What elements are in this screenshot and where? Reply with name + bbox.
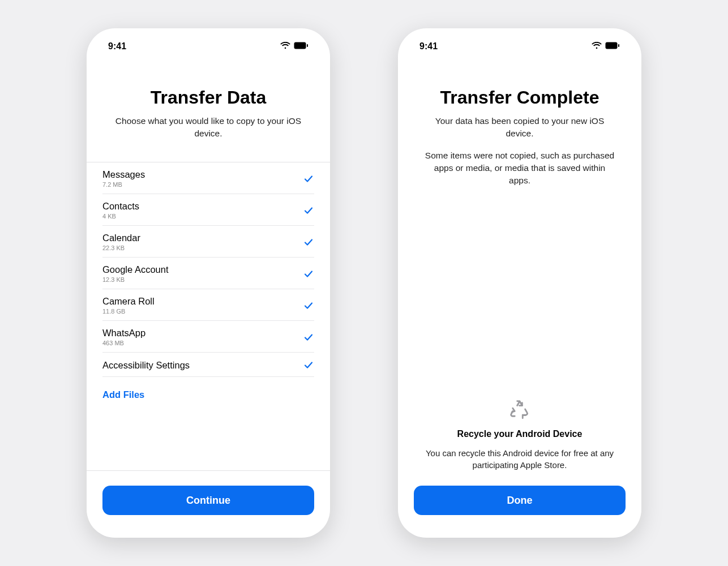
item-text: Calendar22.3 KB: [102, 233, 140, 251]
check-icon[interactable]: [303, 237, 314, 248]
item-text: Messages7.2 MB: [102, 169, 145, 188]
check-icon[interactable]: [303, 359, 314, 371]
status-time: 9:41: [108, 41, 126, 52]
status-time: 9:41: [419, 41, 438, 52]
item-text: Camera Roll11.8 GB: [102, 296, 155, 315]
recycle-block: Recycle your Android Device You can recy…: [398, 397, 641, 486]
status-bar: 9:41: [398, 28, 641, 59]
list-item[interactable]: Calendar22.3 KB: [102, 226, 314, 258]
item-text: WhatsApp463 MB: [102, 328, 145, 346]
page-subtitle: Your data has been copied to your new iO…: [415, 115, 624, 139]
phone-transfer-complete: 9:41 Transfer Complete Your data has bee…: [398, 28, 641, 538]
item-size: 4 KB: [102, 213, 139, 220]
recycle-title: Recycle your Android Device: [415, 429, 624, 439]
screen-header: Transfer Data Choose what you would like…: [87, 59, 330, 151]
list-item[interactable]: Messages7.2 MB: [102, 162, 314, 194]
svg-rect-1: [307, 44, 308, 47]
wifi-icon: [592, 41, 602, 52]
item-size: 7.2 MB: [102, 181, 145, 188]
svg-rect-0: [294, 42, 306, 49]
list-item[interactable]: Accessibility Settings: [102, 353, 314, 377]
item-text: Contacts4 KB: [102, 201, 139, 220]
item-size: 463 MB: [102, 340, 145, 346]
bottom-area: Done: [398, 486, 641, 538]
recycle-icon: [415, 397, 624, 421]
wifi-icon: [280, 41, 290, 52]
item-label: Contacts: [102, 201, 139, 212]
page-subtitle: Choose what you would like to copy to yo…: [104, 115, 313, 139]
continue-button[interactable]: Continue: [102, 486, 314, 515]
battery-icon: [294, 41, 309, 52]
status-icons: [592, 41, 620, 52]
item-label: Camera Roll: [102, 296, 155, 307]
svg-rect-3: [618, 44, 619, 47]
add-files-link[interactable]: Add Files: [102, 377, 314, 410]
check-icon[interactable]: [303, 300, 314, 311]
done-button[interactable]: Done: [414, 486, 626, 515]
item-label: Calendar: [102, 233, 140, 243]
item-size: 11.8 GB: [102, 308, 155, 315]
check-icon[interactable]: [303, 173, 314, 185]
body: Recycle your Android Device You can recy…: [398, 198, 641, 486]
check-icon[interactable]: [303, 332, 314, 343]
item-label: Messages: [102, 169, 145, 180]
item-label: Google Account: [102, 264, 169, 275]
screen-header: Transfer Complete Your data has been cop…: [398, 59, 641, 198]
item-label: WhatsApp: [102, 328, 145, 338]
list-item[interactable]: Camera Roll11.8 GB: [102, 289, 314, 321]
item-size: 22.3 KB: [102, 245, 140, 251]
divider: [87, 470, 330, 471]
item-label: Accessibility Settings: [102, 360, 190, 371]
transfer-items-list: Messages7.2 MBContacts4 KBCalendar22.3 K…: [87, 162, 330, 377]
status-icons: [280, 41, 309, 52]
add-files-row: Add Files: [87, 377, 330, 410]
svg-rect-2: [606, 42, 618, 49]
list-item[interactable]: WhatsApp463 MB: [102, 321, 314, 353]
item-text: Google Account12.3 KB: [102, 264, 169, 283]
recycle-text: You can recycle this Android device for …: [415, 447, 624, 471]
item-size: 12.3 KB: [102, 276, 169, 283]
page-title: Transfer Data: [104, 87, 313, 108]
page-note: Some items were not copied, such as purc…: [415, 149, 624, 186]
status-bar: 9:41: [87, 28, 330, 59]
page-title: Transfer Complete: [415, 87, 624, 108]
check-icon[interactable]: [303, 268, 314, 280]
phone-transfer-data: 9:41 Transfer Data Choose what you would…: [87, 28, 330, 538]
list-item[interactable]: Google Account12.3 KB: [102, 258, 314, 289]
battery-icon: [605, 41, 620, 52]
check-icon[interactable]: [303, 205, 314, 216]
item-text: Accessibility Settings: [102, 360, 190, 371]
list-item[interactable]: Contacts4 KB: [102, 194, 314, 226]
bottom-area: Continue: [87, 470, 330, 538]
